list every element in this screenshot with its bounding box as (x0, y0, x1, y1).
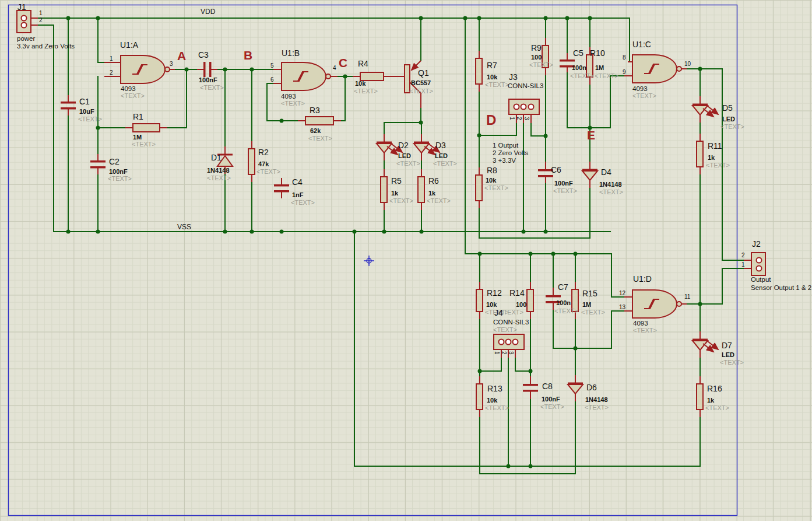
resistor-r2[interactable] (248, 149, 255, 174)
value-d1: 1N4148 (207, 167, 230, 174)
value-c8: 100nF (542, 396, 560, 403)
ghost-r7: <TEXT> (485, 82, 509, 88)
resistor-r4[interactable] (360, 72, 384, 81)
resistor-r3[interactable] (305, 117, 333, 125)
junction-dot (551, 252, 556, 256)
value-c3: 100nF (199, 77, 217, 83)
junction-dot (420, 230, 424, 234)
label-c6: C6 (551, 166, 561, 174)
label-r16: R16 (707, 384, 722, 393)
resistor-r16[interactable] (697, 384, 703, 410)
pin-j3-2: 2 (516, 117, 522, 120)
value-d7: LED (722, 352, 734, 358)
value-r2: 47k (258, 161, 269, 167)
pin-j4-2: 2 (501, 351, 507, 355)
label-r13: R13 (487, 384, 502, 393)
ghost-c1: <TEXT> (78, 116, 102, 123)
label-c1: C1 (79, 97, 90, 106)
ghost-r14: <TEXT> (500, 309, 523, 316)
ghost-u1d: <TEXT> (633, 327, 657, 334)
sheet-border (9, 5, 737, 516)
label-j3: J3 (509, 73, 518, 81)
resistor-r8[interactable] (476, 175, 482, 201)
connector-j4[interactable] (494, 334, 524, 349)
gate-u1a[interactable] (121, 55, 170, 83)
junction-dot (96, 16, 100, 20)
value-r11: 1k (708, 155, 715, 161)
name-j1: power (17, 36, 35, 43)
label-u1a: U1:A (120, 41, 138, 49)
net-label-e: E (587, 129, 595, 141)
junction-dot (382, 230, 386, 234)
note-j3-2: 2 Zero Volts (493, 150, 528, 157)
capacitor-c1[interactable] (61, 102, 76, 110)
pin-u1a-2: 2 (110, 70, 113, 76)
label-r6: R6 (428, 177, 439, 185)
label-r11: R11 (708, 142, 722, 150)
connector-pad (757, 258, 762, 263)
resistor-r14[interactable] (527, 289, 533, 312)
capacitor-c3[interactable] (203, 62, 212, 77)
capacitor-c2[interactable] (90, 160, 106, 169)
label-r12: R12 (487, 289, 502, 297)
desc-j2: Sensor Output 1 & 2 (751, 285, 811, 292)
diode-d7[interactable] (693, 340, 718, 352)
ghost-r8: <TEXT> (484, 185, 508, 191)
label-d3: D3 (435, 141, 446, 149)
diode-d6[interactable] (568, 383, 583, 394)
ghost-d5: <TEXT> (720, 124, 744, 130)
name-j2: Output (751, 277, 771, 284)
gate-u1d[interactable] (632, 290, 681, 318)
resistor-r6[interactable] (418, 177, 424, 202)
connector-j1[interactable] (17, 11, 31, 33)
junction-dot (544, 16, 548, 20)
diode-d5[interactable] (693, 104, 718, 117)
connector-j2[interactable] (751, 253, 765, 275)
ghost-u1c: <TEXT> (632, 93, 656, 99)
label-r3: R3 (310, 106, 320, 114)
label-r8: R8 (487, 166, 497, 174)
value-c5: 100n (572, 65, 586, 71)
capacitor-c4[interactable] (274, 184, 289, 193)
value-d2: LED (398, 153, 411, 159)
resistor-r7[interactable] (476, 58, 482, 84)
junction-dot (280, 230, 284, 234)
label-d5: D5 (722, 104, 733, 112)
pin-j2-2: 2 (741, 253, 745, 258)
name-j4: CONN-SIL3 (493, 319, 529, 326)
ghost-r4: <TEXT> (354, 88, 378, 95)
note-j3-3: 3 +3.3V (493, 158, 516, 165)
value-r9: 100 (531, 54, 542, 61)
gate-u1b[interactable] (282, 62, 331, 90)
pin-j2-1: 1 (741, 262, 745, 268)
label-c4: C4 (292, 178, 303, 186)
label-r5: R5 (391, 177, 402, 185)
resistor-r5[interactable] (381, 177, 387, 202)
pin-u1b-4: 4 (333, 65, 336, 71)
resistor-r1[interactable] (133, 124, 160, 132)
connector-j3[interactable] (509, 99, 539, 114)
label-r7: R7 (487, 61, 497, 69)
ghost-u1a: <TEXT> (121, 93, 145, 99)
pin-u1c-10: 10 (684, 61, 691, 67)
label-r2: R2 (258, 148, 269, 156)
ghost-r2: <TEXT> (256, 169, 280, 175)
desc-j1: 3.3v and Zero Volts (17, 43, 75, 50)
diode-d4[interactable] (582, 170, 597, 180)
capacitor-c8[interactable] (523, 384, 538, 392)
net-label-c: C (339, 57, 347, 69)
label-r15: R15 (582, 289, 597, 298)
gate-u1c[interactable] (632, 55, 681, 83)
label-d2: D2 (398, 141, 409, 149)
ghost-r13: <TEXT> (485, 405, 509, 411)
resistor-r11[interactable] (697, 141, 703, 167)
pin-u1d-11: 11 (684, 294, 690, 300)
value-r13: 10k (487, 397, 497, 404)
ghost-c3: <TEXT> (200, 85, 224, 91)
label-j2: J2 (752, 240, 761, 248)
schematic-canvas[interactable]: J112power3.3v and Zero VoltsVDDVSSC110uF… (0, 0, 812, 521)
junction-dot (419, 16, 423, 20)
net-label-a: A (177, 50, 186, 62)
resistor-r12[interactable] (476, 289, 483, 312)
resistor-r13[interactable] (476, 384, 483, 410)
